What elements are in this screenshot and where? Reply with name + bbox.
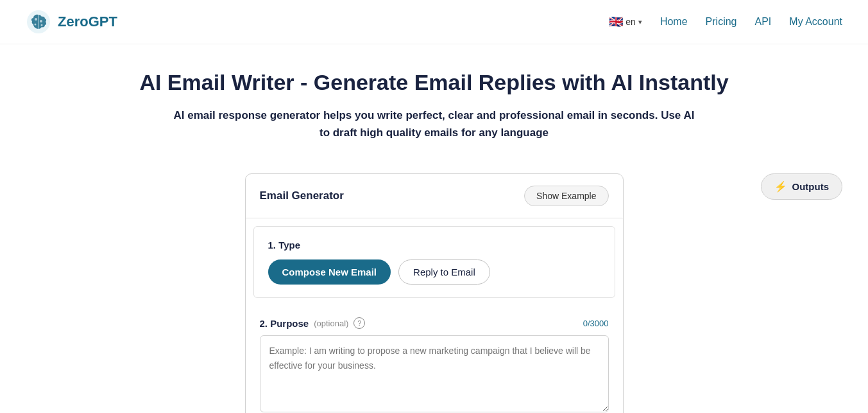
outputs-label: Outputs	[792, 181, 830, 192]
lang-code: en	[625, 17, 636, 27]
home-nav-link[interactable]: Home	[660, 16, 688, 28]
hero-subtitle: AI email response generator helps you wr…	[171, 107, 697, 141]
char-count: 0/3000	[583, 319, 609, 328]
main-content: Email Generator Show Example 1. Type Com…	[0, 161, 868, 413]
purpose-textarea[interactable]	[260, 335, 609, 412]
outputs-button[interactable]: ⚡ Outputs	[761, 173, 843, 200]
purpose-header: 2. Purpose (optional) ? 0/3000	[260, 317, 609, 329]
hero-title: AI Email Writer - Generate Email Replies…	[51, 70, 817, 95]
card-header: Email Generator Show Example	[246, 174, 623, 218]
brain-icon	[26, 9, 51, 35]
svg-point-3	[40, 20, 42, 22]
hero-section: AI Email Writer - Generate Email Replies…	[0, 44, 868, 161]
api-nav-link[interactable]: API	[755, 16, 772, 28]
svg-point-4	[35, 24, 37, 26]
help-icon[interactable]: ?	[353, 317, 365, 329]
chevron-down-icon: ▾	[638, 18, 642, 26]
purpose-label: 2. Purpose	[260, 318, 309, 329]
email-generator-card: Email Generator Show Example 1. Type Com…	[245, 173, 624, 413]
reply-to-email-button[interactable]: Reply to Email	[398, 259, 490, 285]
flag-icon: 🇬🇧	[609, 15, 623, 29]
language-selector[interactable]: 🇬🇧 en ▾	[609, 15, 642, 29]
type-section: 1. Type Compose New Email Reply to Email	[253, 226, 615, 298]
lightning-icon: ⚡	[774, 180, 787, 193]
svg-point-2	[35, 18, 37, 21]
purpose-section: 2. Purpose (optional) ? 0/3000	[246, 306, 623, 413]
type-label: 1. Type	[268, 240, 600, 250]
optional-tag: (optional)	[314, 319, 348, 328]
card-title: Email Generator	[260, 189, 344, 202]
pricing-nav-link[interactable]: Pricing	[706, 16, 737, 28]
my-account-nav-link[interactable]: My Account	[789, 16, 842, 28]
navbar: ZeroGPT 🇬🇧 en ▾ Home Pricing API My Acco…	[0, 0, 868, 44]
show-example-button[interactable]: Show Example	[524, 186, 608, 206]
logo[interactable]: ZeroGPT	[26, 9, 117, 35]
purpose-label-row: 2. Purpose (optional) ?	[260, 317, 366, 329]
type-buttons: Compose New Email Reply to Email	[268, 259, 600, 285]
nav-right: 🇬🇧 en ▾ Home Pricing API My Account	[609, 15, 842, 29]
svg-point-5	[41, 24, 43, 26]
compose-new-email-button[interactable]: Compose New Email	[268, 259, 391, 285]
logo-text: ZeroGPT	[58, 13, 117, 30]
